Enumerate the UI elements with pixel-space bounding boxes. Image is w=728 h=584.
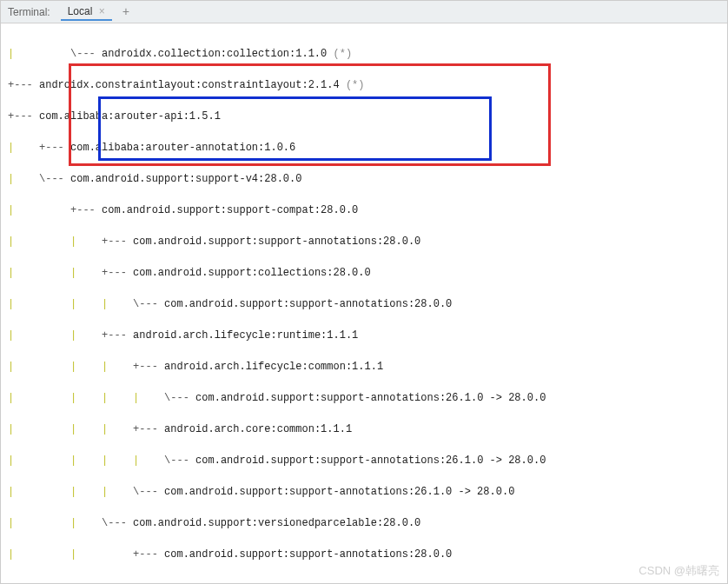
dep-line: +--- androidx.constraintlayout:constrain…	[8, 77, 720, 93]
tab-local[interactable]: Local ×	[61, 3, 112, 21]
watermark: CSDN @韩曙亮	[639, 563, 719, 579]
dep-line: | \--- androidx.collection:collection:1.…	[8, 46, 720, 62]
dep-line: | | | | \--- com.android.support:support…	[8, 453, 720, 468]
dep-line: | | +--- com.android.support:support-ann…	[8, 547, 720, 562]
dep-line: | \--- com.android.support:support-v4:28…	[8, 171, 720, 187]
close-icon[interactable]: ×	[99, 5, 105, 17]
dep-line: | | | \--- com.android.support:support-a…	[8, 296, 720, 312]
dep-line: | | | | \--- com.android.support:support…	[8, 390, 720, 406]
dep-line: | | | +--- android.arch.core:common:1.1.…	[8, 421, 720, 437]
dep-line: | | +--- com.android.support:support-ann…	[8, 234, 720, 249]
dep-line: +--- com.alibaba:arouter-api:1.5.1	[8, 109, 720, 124]
terminal-label: Terminal:	[8, 6, 50, 18]
dep-line: | | +--- com.android.support:collections…	[8, 265, 720, 281]
add-tab-button[interactable]: +	[117, 5, 135, 19]
dep-line: | | | +--- android.arch.lifecycle:common…	[8, 359, 720, 375]
dep-line: | | | \--- com.android.support:support-a…	[8, 484, 720, 500]
dep-line: | +--- com.alibaba:arouter-annotation:1.…	[8, 140, 720, 156]
tab-local-label: Local	[68, 5, 93, 17]
terminal-output: | \--- androidx.collection:collection:1.…	[1, 23, 727, 562]
dep-line: | | +--- android.arch.lifecycle:runtime:…	[8, 328, 720, 343]
dep-line: | | \--- com.android.support:versionedpa…	[8, 515, 720, 531]
terminal-header: Terminal: Local × +	[1, 1, 727, 23]
dep-line: | +--- com.android.support:support-compa…	[8, 202, 720, 218]
